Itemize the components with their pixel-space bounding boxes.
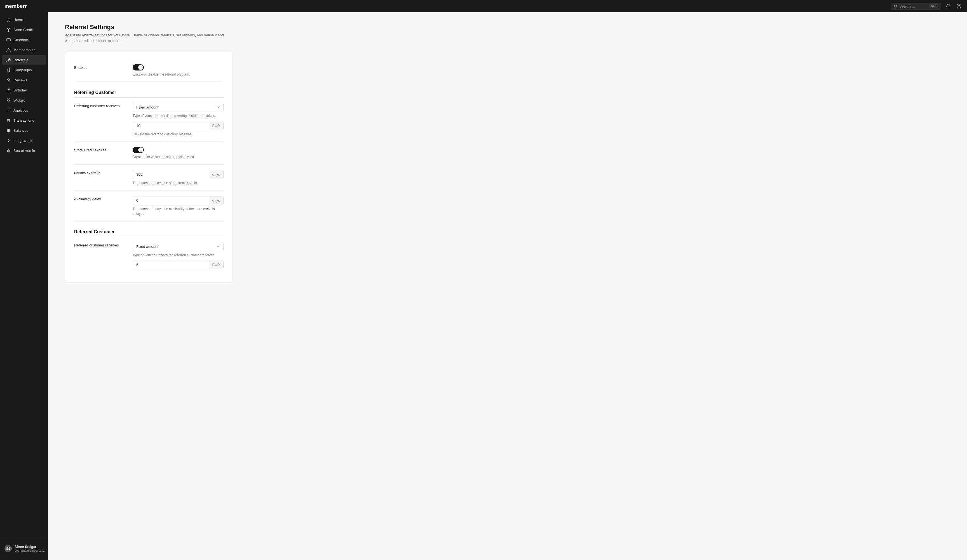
page-description: Adjust the referral settings for your st… — [65, 33, 233, 43]
referring-amount-input-wrapper: EUR — [133, 121, 224, 130]
memberships-icon — [6, 48, 11, 52]
referring-amount-input[interactable] — [133, 122, 209, 130]
credits-expire-input-wrapper: days — [133, 170, 224, 179]
sidebar-item-cashback[interactable]: Cashback — [2, 35, 46, 44]
svg-point-6 — [9, 58, 10, 59]
svg-point-5 — [7, 59, 8, 60]
enabled-toggle[interactable] — [133, 64, 144, 71]
availability-delay-control: days The number of days the availability… — [133, 196, 224, 216]
store-credit-expires-toggle[interactable] — [133, 147, 144, 153]
enabled-label: Enabled — [74, 64, 126, 70]
svg-point-2 — [959, 7, 959, 8]
referring-customer-label: Referring customer receives — [74, 103, 126, 108]
sidebar-item-integrations[interactable]: Integrations — [2, 136, 46, 145]
credits-expire-control: days The number of days the store credit… — [133, 170, 224, 186]
sidebar-item-campaigns[interactable]: Campaigns — [2, 65, 46, 75]
sidebar-item-home[interactable]: Home — [2, 15, 46, 24]
svg-point-14 — [8, 151, 9, 152]
sidebar-label-campaigns: Campaigns — [13, 68, 32, 72]
referred-amount-group: EUR — [133, 260, 224, 269]
store-credit-expires-label: Store Credit expires — [74, 147, 126, 152]
availability-delay-input[interactable] — [133, 196, 209, 205]
cashback-icon — [6, 38, 11, 42]
app-logo: memberr — [5, 3, 27, 9]
referred-reward-type-row: Referred customer receives Fixed amountP… — [74, 237, 224, 275]
sidebar-label-cashback: Cashback — [13, 38, 30, 42]
credits-expire-row: Credits expire in days The number of day… — [74, 165, 224, 191]
svg-rect-11 — [9, 100, 10, 102]
search-box[interactable]: Search ... ⌘ K — [891, 3, 941, 10]
referred-reward-control: Fixed amountPercentage Type of voucher r… — [133, 242, 224, 270]
sidebar-bottom: SS Sören Steiger soeren@memberr.xyz — [0, 539, 48, 558]
layout: Home Store Credit Cashback — [0, 12, 967, 560]
store-credit-expires-hint: Duration for which the store credit is v… — [133, 155, 224, 160]
sidebar-label-referrals: Referrals — [13, 58, 28, 62]
user-email: soeren@memberr.xyz — [15, 549, 45, 552]
sidebar-label-secret-admin: Secret Admin — [13, 148, 35, 153]
sidebar-item-referrals[interactable]: Referrals — [2, 55, 46, 64]
sidebar-label-analytics: Analytics — [13, 108, 28, 112]
svg-rect-7 — [7, 90, 10, 92]
credits-expire-label: Credits expire in — [74, 170, 126, 175]
toggle-thumb — [138, 65, 143, 70]
referring-section-title: Referring Customer — [74, 88, 224, 95]
sidebar-item-store-credit[interactable]: Store Credit — [2, 25, 46, 35]
sidebar-label-memberships: Memberships — [13, 48, 35, 52]
sidebar-label-balances: Balances — [13, 128, 28, 133]
referring-amount-suffix: EUR — [209, 122, 223, 130]
credits-expire-suffix: days — [209, 170, 223, 179]
notifications-button[interactable] — [945, 3, 952, 10]
referred-customer-label: Referred customer receives — [74, 242, 126, 247]
sidebar-item-analytics[interactable]: Analytics — [2, 105, 46, 115]
svg-rect-9 — [9, 99, 10, 100]
credit-icon — [6, 27, 11, 32]
analytics-icon — [6, 108, 11, 112]
search-shortcut: ⌘ K — [929, 4, 938, 8]
referring-reward-control: Fixed amountPercentage Type of voucher r… — [133, 103, 224, 137]
sidebar-label-birthday: Birthday — [13, 88, 27, 92]
referring-section-header: Referring Customer — [74, 82, 224, 98]
enabled-hint: Enable or disable the referral program. — [133, 72, 224, 77]
topbar: memberr Search ... ⌘ K — [0, 0, 967, 12]
sidebar-label-home: Home — [13, 18, 23, 22]
main-content: Referral Settings Adjust the referral se… — [48, 12, 967, 560]
sidebar-item-secret-admin[interactable]: Secret Admin — [2, 146, 46, 155]
referred-section-title: Referred Customer — [74, 227, 224, 234]
sidebar: Home Store Credit Cashback — [0, 12, 48, 560]
reviews-icon — [6, 78, 11, 82]
referred-amount-input[interactable] — [133, 260, 209, 269]
sidebar-label-transactions: Transactions — [13, 118, 34, 122]
sidebar-label-store-credit: Store Credit — [13, 28, 33, 32]
sidebar-item-balances[interactable]: Balances — [2, 125, 46, 135]
user-avatar: SS — [5, 545, 12, 552]
availability-delay-label: Availability delay — [74, 196, 126, 201]
help-button[interactable] — [955, 3, 962, 10]
sidebar-item-widget[interactable]: Widget — [2, 96, 46, 105]
sidebar-item-reviews[interactable]: Reviews — [2, 75, 46, 85]
sidebar-item-memberships[interactable]: Memberships — [2, 45, 46, 54]
referring-amount-group: EUR Reward the referring customer receiv… — [133, 121, 224, 137]
settings-card: Enabled Enable or disable the referral p… — [65, 51, 233, 283]
integrations-icon — [6, 138, 11, 143]
referred-reward-hint: Type of voucher reward the referred cust… — [133, 253, 224, 258]
sidebar-label-integrations: Integrations — [13, 138, 33, 143]
sidebar-item-birthday[interactable]: Birthday — [2, 85, 46, 95]
balances-icon — [6, 128, 11, 133]
svg-rect-8 — [7, 99, 8, 100]
referred-reward-select[interactable]: Fixed amountPercentage — [133, 242, 224, 251]
page-header: Referral Settings Adjust the referral se… — [65, 23, 950, 43]
credits-expire-input[interactable] — [133, 170, 209, 179]
svg-rect-10 — [7, 100, 8, 102]
user-name: Sören Steiger — [15, 545, 45, 549]
referring-reward-hint: Type of voucher reward the referring cus… — [133, 114, 224, 118]
enabled-control: Enable or disable the referral program. — [133, 64, 224, 77]
referring-reward-type-row: Referring customer receives Fixed amount… — [74, 98, 224, 142]
transactions-icon — [6, 118, 11, 122]
secret-icon — [6, 148, 11, 153]
search-placeholder: Search ... — [899, 4, 915, 8]
sidebar-item-transactions[interactable]: Transactions — [2, 115, 46, 125]
referring-amount-hint: Reward the referring customer receives. — [133, 132, 224, 137]
birthday-icon — [6, 88, 11, 92]
user-profile[interactable]: SS Sören Steiger soeren@memberr.xyz — [2, 543, 46, 554]
referring-reward-select[interactable]: Fixed amountPercentage — [133, 103, 224, 112]
